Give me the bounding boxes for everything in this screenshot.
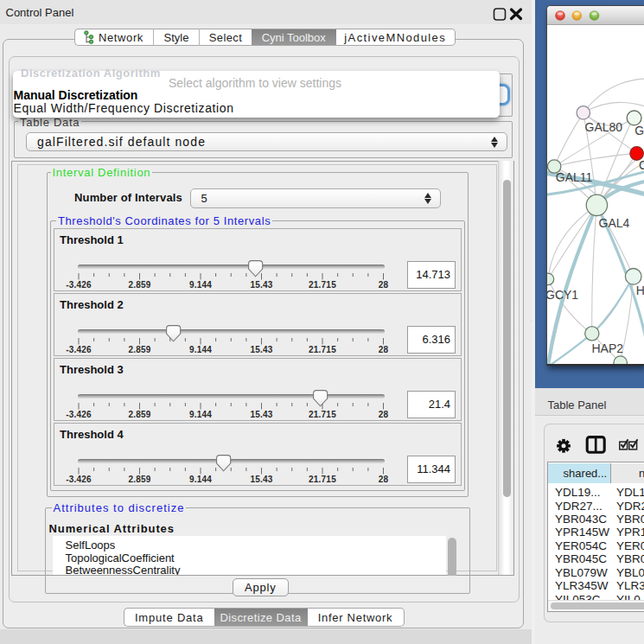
svg-text:GA: GA — [634, 123, 644, 137]
svg-text:GAL4: GAL4 — [598, 215, 629, 229]
svg-text:HI: HI — [635, 284, 644, 297]
svg-text:GCY1: GCY1 — [547, 288, 578, 302]
svg-text:CYC: CYC — [639, 157, 644, 171]
svg-text:GAL11: GAL11 — [555, 170, 592, 184]
svg-text:GAL80: GAL80 — [584, 120, 622, 134]
svg-text:HAP2: HAP2 — [591, 341, 623, 354]
